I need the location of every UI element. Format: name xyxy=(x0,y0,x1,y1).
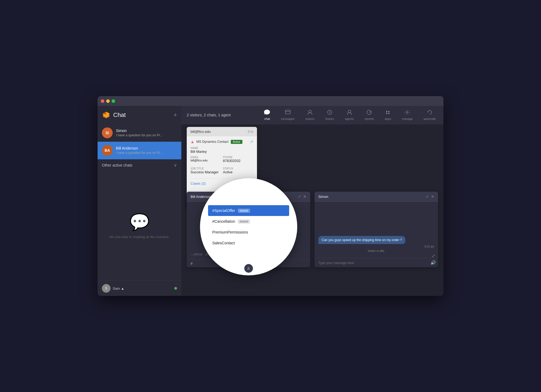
nav-item-manage[interactable]: manage xyxy=(400,109,415,121)
email-value: bill@fico.edu xyxy=(191,159,221,162)
nav-item-agents[interactable]: agents xyxy=(343,109,356,121)
crm-logo-icon: ▲ xyxy=(191,140,194,144)
salescontact-text: SalesContact xyxy=(212,241,235,245)
status-online-dot xyxy=(174,287,177,290)
dropdown-item-premiumpermissions[interactable]: PremiumPermissions xyxy=(208,227,289,238)
automate-nav-label: automate xyxy=(423,117,436,120)
card-email: bill@fico.edu xyxy=(191,130,211,134)
history-nav-label: history xyxy=(325,117,334,120)
chat-list: Si Simon I have a question for you on Pr… xyxy=(98,124,181,159)
visitors-nav-label: visitors xyxy=(305,117,315,120)
premiumpermissions-text: PremiumPermissions xyxy=(212,230,248,234)
other-chats-header[interactable]: Other active chats ∨ xyxy=(98,159,181,171)
chat-nav-label: chat xyxy=(264,117,270,120)
status-label: Status xyxy=(223,167,253,170)
job-title-label: Job Title xyxy=(191,167,221,170)
agents-nav-icon xyxy=(346,110,352,117)
name-field: Name Bill Marley xyxy=(191,147,253,154)
empty-chat-area: 💬 No one else is chatting at the moment. xyxy=(98,171,181,281)
empty-chat-text: No one else is chatting at the moment. xyxy=(109,235,169,239)
nav-icons: chat messages visitors xyxy=(262,109,438,121)
dropdown-item-specialoffer[interactable]: #SpecialOffer shared xyxy=(208,205,289,216)
manage-nav-icon xyxy=(404,110,410,117)
chevron-down-icon: ∨ xyxy=(174,163,177,168)
chat-item-bill[interactable]: BA Bill Anderson I have a question for y… xyxy=(98,142,181,159)
chat-item-simon[interactable]: Si Simon I have a question for you on Pr… xyxy=(98,124,181,142)
chat-name-bill: Bill Anderson xyxy=(116,146,177,150)
close-bill-button[interactable]: ✕ xyxy=(303,194,306,199)
chat-info-bill: Bill Anderson I have a question for you … xyxy=(116,146,177,155)
scroll-up-button[interactable]: ∧ xyxy=(244,264,253,273)
job-title-value: Success Manager xyxy=(191,170,221,174)
app-window: Chat + Si Simon I have a question for yo… xyxy=(98,96,443,296)
email-label: Email xyxy=(191,156,221,159)
specialoffer-badge: shared xyxy=(238,209,250,213)
svg-point-13 xyxy=(388,113,390,114)
messages-nav-label: messages xyxy=(281,117,294,120)
svg-point-11 xyxy=(388,111,390,112)
avatar-simon: Si xyxy=(102,127,113,138)
svg-point-12 xyxy=(386,113,388,114)
name-value: Bill Marley xyxy=(191,150,253,154)
nav-item-history[interactable]: history xyxy=(323,109,336,121)
svg-rect-4 xyxy=(285,110,290,114)
card-header: bill@fico.edu 5 m xyxy=(187,127,257,136)
footer-agent-name: Sam ▲ xyxy=(113,286,174,290)
footer-avatar: S xyxy=(102,284,111,293)
automate-nav-icon xyxy=(427,110,433,117)
tag-char: # xyxy=(191,261,193,266)
message-input-simon[interactable] xyxy=(318,261,434,265)
reports-nav-label: reports xyxy=(365,117,374,120)
apps-nav-label: apps xyxy=(385,117,391,120)
crm-name: MS Dynamics Contact xyxy=(196,140,229,144)
chat-name-simon: Simon xyxy=(116,129,177,133)
phone-field: Phone 878302032 xyxy=(223,156,253,163)
message-bubble: Can you guys speed up the shipping time … xyxy=(318,236,405,244)
phone-value: 878302032 xyxy=(223,159,253,163)
external-link-icon[interactable]: ↗ xyxy=(250,140,253,144)
messages-nav-icon xyxy=(285,110,291,117)
visitor-info: 2 visitors, 2 chats, 1 agent xyxy=(187,113,262,117)
status-value: Active xyxy=(223,170,253,174)
logo-icon xyxy=(102,111,111,119)
chat-win-header-simon: Simon ⤢ ✕ xyxy=(315,192,438,202)
add-chat-button[interactable]: + xyxy=(173,111,177,119)
active-badge: Active xyxy=(231,140,242,144)
nav-item-apps[interactable]: apps xyxy=(383,109,393,121)
chat-window-simon: Simon ⤢ ✕ Can you guys speed up the ship… xyxy=(315,192,438,267)
nav-item-automate[interactable]: automate xyxy=(421,109,438,121)
expand-window-button[interactable]: ⤢ xyxy=(430,253,436,258)
top-bar: 2 visitors, 2 chats, 1 agent chat xyxy=(181,106,443,124)
cancellation-text: #Cancellation xyxy=(212,219,235,224)
close-button[interactable] xyxy=(101,99,104,103)
chat-preview-simon: I have a question for you on Pr... xyxy=(116,133,177,137)
expand-bill-button[interactable]: ⤢ xyxy=(298,194,301,199)
expand-simon-button[interactable]: ⤢ xyxy=(426,194,429,199)
svg-point-14 xyxy=(406,111,408,113)
nav-item-chat[interactable]: chat xyxy=(262,109,272,121)
specialoffer-text: #SpecialOffer xyxy=(212,208,235,213)
nav-item-visitors[interactable]: visitors xyxy=(303,109,317,121)
cancellation-badge: shared xyxy=(238,219,250,224)
chat-bubble-icon: 💬 xyxy=(129,212,150,232)
dropdown-item-salescontact[interactable]: SalesContact xyxy=(208,238,289,248)
name-label: Name xyxy=(191,147,253,150)
close-simon-button[interactable]: ✕ xyxy=(431,194,434,199)
mute-button[interactable]: 🔊 xyxy=(430,260,436,265)
maximize-button[interactable] xyxy=(112,99,115,103)
sidebar-title: Chat xyxy=(113,111,173,119)
chat-win-controls-bill: ⤢ ✕ xyxy=(298,194,306,199)
agents-nav-label: agents xyxy=(345,117,354,120)
card-time: 5 m xyxy=(248,130,253,134)
visitor-idle-text: Visitor is idle. xyxy=(318,249,434,252)
svg-point-10 xyxy=(386,111,388,112)
avatar-bill: BA xyxy=(102,145,113,156)
main-area: 2 visitors, 2 chats, 1 agent chat xyxy=(181,106,443,296)
visitors-nav-icon xyxy=(307,110,313,117)
nav-item-messages[interactable]: messages xyxy=(279,109,296,121)
chat-info-simon: Simon I have a question for you on Pr... xyxy=(116,129,177,137)
sidebar-header: Chat + xyxy=(98,106,181,124)
dropdown-item-cancellation[interactable]: #Cancellation shared xyxy=(208,216,289,227)
nav-item-reports[interactable]: reports xyxy=(362,109,376,121)
minimize-button[interactable] xyxy=(106,99,110,103)
